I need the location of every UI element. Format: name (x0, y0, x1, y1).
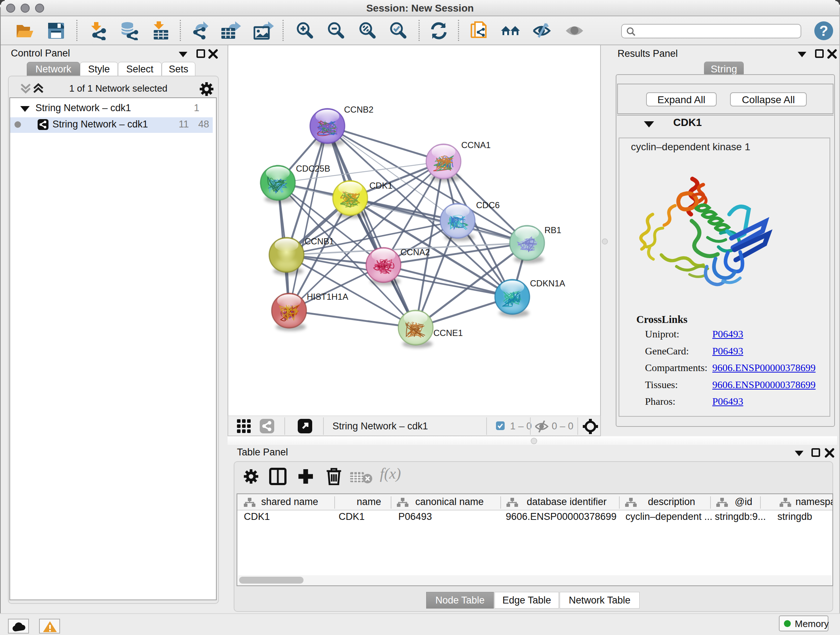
svg-text:CDKN1A: CDKN1A (530, 279, 565, 288)
svg-text:HIST1H1A: HIST1H1A (307, 292, 348, 302)
svg-text:CCNB2: CCNB2 (344, 105, 373, 114)
svg-text:CCNA1: CCNA1 (461, 140, 491, 150)
svg-text:RB1: RB1 (545, 225, 561, 235)
svg-text:CDC25B: CDC25B (296, 164, 330, 173)
svg-text:CCNB1: CCNB1 (305, 236, 334, 246)
svg-text:CDC6: CDC6 (476, 200, 500, 210)
svg-text:CDK1: CDK1 (369, 181, 393, 190)
svg-text:CCNE1: CCNE1 (433, 328, 463, 338)
svg-text:CCNA2: CCNA2 (401, 247, 430, 257)
